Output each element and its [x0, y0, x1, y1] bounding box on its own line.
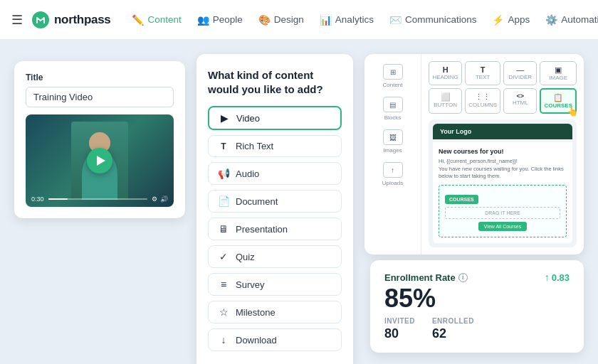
enrolled-value: 62	[432, 326, 474, 341]
cursor-pointer-icon: 👆	[567, 106, 578, 117]
logo-text: northpass	[54, 13, 110, 27]
heading-symbol: H	[432, 65, 458, 74]
content-type-audio-btn[interactable]: 📢 Audio	[208, 162, 342, 185]
toolbar-image[interactable]: ▣ IMAGE	[540, 61, 577, 85]
nav-item-analytics-label: Analytics	[335, 14, 374, 25]
content-type-survey-btn[interactable]: ≡ Survey	[208, 273, 342, 296]
nav-item-design[interactable]: 🎨 Design	[251, 10, 311, 30]
builder-sidebar-uploads[interactable]: ↑ Uploads	[367, 158, 418, 191]
content-type-video-btn[interactable]: ▶ Video	[208, 106, 342, 130]
image-symbol: ▣	[543, 65, 573, 75]
document-btn-label: Document	[236, 196, 278, 207]
enrollment-rate-number: 0.83	[552, 272, 570, 283]
nav-item-people-label: People	[213, 14, 243, 25]
toolbar-divider[interactable]: — DIVIDER	[503, 61, 537, 85]
card-enrollment: Enrollment Rate i ↑ 0.83 85% INVITED 80 …	[370, 260, 584, 353]
button-symbol: ⬜	[432, 92, 458, 102]
volume-icon[interactable]: 🔊	[160, 196, 168, 203]
toolbar-html[interactable]: <> HTML	[503, 88, 537, 114]
milestone-btn-label: Milestone	[236, 307, 276, 318]
settings-icon[interactable]: ⚙	[152, 196, 157, 203]
survey-btn-label: Survey	[236, 279, 264, 290]
logo-icon	[31, 11, 50, 29]
video-progress	[48, 198, 147, 200]
builder-sidebar-blocks[interactable]: ▤ Blocks	[367, 92, 418, 125]
content-label: Content	[382, 82, 402, 88]
nav-item-apps[interactable]: ⚡ Apps	[485, 10, 537, 30]
builder-sidebar: ⊞ Content ▤ Blocks 🖼 Images ↑ Uploads	[364, 54, 421, 255]
builder-sidebar-content[interactable]: ⊞ Content	[367, 60, 418, 92]
quiz-btn-label: Quiz	[236, 252, 255, 262]
content-type-download-btn[interactable]: ↓ Download	[208, 328, 342, 351]
email-body: Hi, {{current_person.first_name}}!You ha…	[439, 158, 567, 181]
courses-badge: COURSES	[445, 195, 478, 204]
navbar: ☰ northpass ✏️ Content 👥 People 🎨 Design…	[0, 0, 598, 40]
nav-item-content-label: Content	[147, 14, 181, 25]
builder-main: H HEADING T TEXT — DIVIDER ▣ IMAGE	[421, 54, 584, 255]
html-symbol: <>	[507, 92, 533, 100]
presentation-btn-icon: 🖥	[217, 223, 230, 235]
nav-item-analytics[interactable]: 📊 Analytics	[313, 10, 381, 30]
video-controls: 0:30 ⚙ 🔊	[31, 196, 168, 203]
toolbar-text[interactable]: T TEXT	[465, 61, 500, 85]
apps-icon: ⚡	[492, 14, 504, 26]
analytics-icon: 📊	[320, 14, 332, 26]
toolbar-columns[interactable]: ⋮⋮ COLUMNS	[465, 88, 500, 114]
survey-btn-icon: ≡	[217, 279, 230, 290]
toolbar-button[interactable]: ⬜ BUTTON	[429, 88, 462, 114]
toolbar-courses[interactable]: 📋 COURSES 👆	[540, 88, 577, 114]
divider-label: DIVIDER	[507, 74, 533, 80]
document-btn-icon: 📄	[217, 196, 230, 207]
play-button[interactable]	[87, 148, 112, 173]
divider-symbol: —	[507, 65, 533, 74]
video-icons: ⚙ 🔊	[152, 196, 168, 203]
audio-btn-icon: 📢	[217, 168, 230, 179]
milestone-btn-icon: ☆	[217, 306, 230, 318]
nav-item-apps-label: Apps	[508, 14, 530, 25]
nav-item-communications[interactable]: ✉️ Communications	[382, 10, 484, 30]
arrow-up-icon: ↑	[545, 272, 550, 283]
nav-item-automation[interactable]: ⚙️ Automation	[538, 10, 598, 30]
content-type-presentation-btn[interactable]: 🖥 Presentation	[208, 218, 342, 240]
button-label: BUTTON	[432, 102, 458, 108]
quiz-btn-icon: ✓	[217, 251, 230, 262]
video-btn-label: Video	[236, 113, 260, 124]
uploads-icon: ↑	[383, 162, 403, 178]
uploads-label: Uploads	[382, 180, 403, 186]
video-title-input[interactable]	[26, 87, 174, 107]
stat-invited: INVITED 80	[384, 317, 415, 341]
video-progress-fill	[48, 198, 68, 200]
builder-sidebar-images[interactable]: 🖼 Images	[367, 125, 418, 158]
logo[interactable]: northpass	[31, 11, 110, 29]
download-btn-label: Download	[236, 335, 277, 346]
video-thumbnail: 0:30 ⚙ 🔊	[26, 114, 174, 207]
content-type-richtext-btn[interactable]: T Rich Text	[208, 135, 342, 157]
nav-item-automation-label: Automation	[561, 14, 598, 25]
email-logo-text: Your Logo	[440, 128, 471, 135]
richtext-btn-icon: T	[217, 141, 230, 151]
enrollment-header: Enrollment Rate i ↑ 0.83	[384, 272, 570, 283]
hamburger-icon[interactable]: ☰	[11, 12, 23, 28]
main-area: Title 0:30 ⚙ 🔊 What kind of content woul…	[0, 40, 598, 364]
invited-label: INVITED	[384, 317, 415, 325]
courses-symbol: 📋	[544, 93, 572, 102]
content-type-document-btn[interactable]: 📄 Document	[208, 190, 342, 213]
enrollment-title: Enrollment Rate i	[384, 272, 468, 283]
stat-enrolled: ENROLLED 62	[432, 317, 474, 341]
html-label: HTML	[507, 100, 533, 106]
nav-item-people[interactable]: 👥 People	[190, 10, 250, 30]
info-icon[interactable]: i	[458, 273, 468, 282]
nav-item-content[interactable]: ✏️ Content	[125, 10, 188, 30]
download-btn-icon: ↓	[217, 334, 230, 346]
enrollment-rate: ↑ 0.83	[545, 272, 570, 283]
toolbar-heading[interactable]: H HEADING	[429, 61, 462, 85]
content-type-milestone-btn[interactable]: ☆ Milestone	[208, 301, 342, 323]
view-all-button[interactable]: View All Courses	[478, 222, 527, 231]
text-symbol: T	[468, 65, 497, 74]
drag-here-box: DRAG IT HERE	[445, 207, 560, 219]
images-label: Images	[383, 147, 402, 154]
email-heading: New courses for you!	[439, 148, 567, 155]
content-type-quiz-btn[interactable]: ✓ Quiz	[208, 245, 342, 268]
enrollment-stats: INVITED 80 ENROLLED 62	[384, 317, 570, 341]
blocks-label: Blocks	[384, 114, 402, 121]
